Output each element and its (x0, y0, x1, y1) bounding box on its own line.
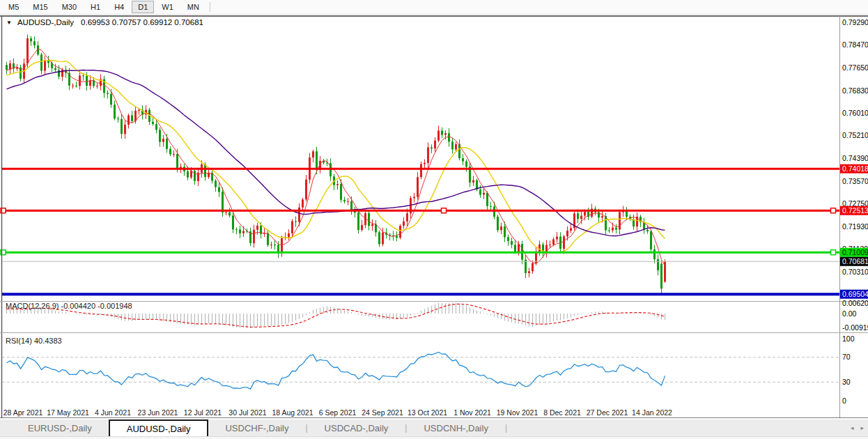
candle-body (626, 211, 628, 217)
tab-scroll-left-icon[interactable]: ◂ (851, 424, 854, 431)
candlestick-series (6, 35, 666, 295)
candle-body (556, 237, 558, 240)
candle-body (580, 216, 582, 220)
symbol-dropdown-icon[interactable]: ▼ (6, 20, 12, 26)
candle-body (420, 164, 422, 177)
timeframe-button-m15[interactable]: M15 (26, 1, 54, 13)
support-line-blue-badge-label: 0.69504 (842, 290, 868, 298)
candle-body (399, 226, 401, 238)
candle-body (424, 163, 426, 164)
date-tick-label: 27 Dec 2021 (587, 408, 628, 417)
candle-body (619, 212, 621, 229)
trading-terminal-window: { "toolbar": { "timeframes": ["M5","M15"… (0, 0, 868, 439)
chart-title: ▼ AUDUSD-,Daily 0.69953 0.70757 0.69912 … (6, 18, 203, 26)
toolbar-divider (210, 2, 210, 12)
support-line-green-handle[interactable] (831, 250, 836, 255)
candle-body (612, 228, 614, 231)
symbol-tab-bar: EURUSD-,DailyAUDUSD-,DailyUSDCHF-,Daily|… (0, 419, 868, 436)
timeframe-button-w1[interactable]: W1 (155, 1, 180, 13)
candle-body (33, 41, 36, 45)
candle-body (483, 193, 485, 195)
candle-body (660, 263, 662, 288)
date-tick-label: 6 Sep 2021 (319, 408, 357, 417)
chart-symbol-label: AUDUSD-,Daily (17, 18, 74, 26)
date-tick-label: 24 Sep 2021 (362, 408, 403, 417)
resistance-line-lower-handle[interactable] (831, 208, 836, 213)
rsi-line (7, 352, 665, 389)
candle-body (479, 190, 481, 194)
price-tick-label: 0.70310 (842, 268, 868, 276)
candle-body (566, 231, 568, 236)
timeframe-button-m30[interactable]: M30 (56, 1, 83, 13)
candle-body (406, 213, 408, 221)
tab-audusd[interactable]: AUDUSD-,Daily (109, 419, 209, 436)
date-tick-label: 19 Nov 2021 (497, 408, 538, 417)
candle-body (608, 231, 610, 231)
price-tick-label: 0.76010 (842, 109, 868, 117)
candle-body (232, 215, 234, 229)
candle-body (274, 245, 276, 245)
price-tick-label: 0.76830 (842, 86, 868, 95)
macd-indicator-label: MACD(12,26,9) -0.004420 -0.001948 (6, 302, 132, 310)
candle-body (152, 122, 154, 124)
candle-body (472, 180, 474, 183)
date-tick-label: 28 Apr 2021 (3, 408, 43, 417)
price-tick-label: 0.78470 (842, 40, 868, 49)
price-tick-label: 0.77650 (842, 63, 868, 72)
candle-body (382, 233, 384, 245)
candle-body (434, 141, 436, 148)
candle-body (417, 177, 419, 197)
candle-body (413, 197, 415, 199)
candle-body (444, 133, 447, 134)
tab-eurusd[interactable]: EURUSD-,Daily (11, 419, 109, 436)
price-tick-label: 0.74390 (842, 154, 868, 162)
candle-body (504, 226, 506, 237)
resistance-line-lower-handle[interactable] (442, 208, 447, 213)
candle-body (532, 263, 534, 272)
tab-usdcnh[interactable]: USDCNH-,Daily (407, 419, 504, 436)
timeframe-button-m5[interactable]: M5 (2, 1, 25, 13)
candle-body (26, 38, 29, 63)
timeframe-button-d1[interactable]: D1 (132, 1, 154, 13)
resistance-line-lower-badge-label: 0.72513 (842, 206, 868, 215)
candle-body (173, 154, 175, 155)
candle-body (197, 173, 199, 181)
candle-body (514, 245, 516, 252)
price-chart-canvas[interactable]: 0.792900.784700.776500.768300.760100.752… (0, 15, 868, 418)
candle-body (44, 61, 46, 71)
timeframe-button-h1[interactable]: H1 (84, 1, 107, 13)
timeframe-button-mn[interactable]: MN (181, 1, 206, 13)
candle-body (166, 139, 168, 149)
tab-divider: | (505, 419, 507, 436)
timeframe-button-h4[interactable]: H4 (108, 1, 130, 13)
tab-usdcad[interactable]: USDCAD-,Daily (308, 419, 405, 436)
candle-body (396, 236, 398, 238)
date-tick-label: 14 Jan 2022 (632, 408, 672, 417)
candle-body (30, 38, 32, 41)
candle-body (549, 245, 551, 245)
candle-body (497, 217, 499, 230)
candle-body (242, 231, 245, 233)
candle-body (650, 231, 652, 249)
candle-body (465, 162, 467, 167)
candle-body (270, 245, 272, 245)
candle-body (601, 216, 603, 217)
date-tick-label: 18 Aug 2021 (272, 408, 313, 417)
tab-usdchf[interactable]: USDCHF-,Daily (208, 419, 305, 436)
candle-body (646, 230, 649, 231)
candle-body (368, 213, 370, 226)
candle-body (110, 94, 112, 105)
rsi-axis-label: 30 (842, 378, 851, 386)
candle-body (441, 131, 443, 135)
candle-body (58, 70, 60, 77)
candle-body (267, 233, 269, 245)
candle-body (653, 249, 656, 259)
macd-axis-label: 0.006201 (842, 299, 868, 307)
price-tick-label: 0.73570 (842, 177, 868, 185)
candle-body (194, 171, 196, 181)
tab-scroll-right-icon[interactable]: ▸ (860, 424, 864, 431)
candle-body (215, 180, 217, 187)
date-tick-label: 4 Jun 2021 (95, 408, 131, 417)
macd-axis-label: 0.00 (842, 309, 857, 318)
candle-body (288, 233, 290, 238)
